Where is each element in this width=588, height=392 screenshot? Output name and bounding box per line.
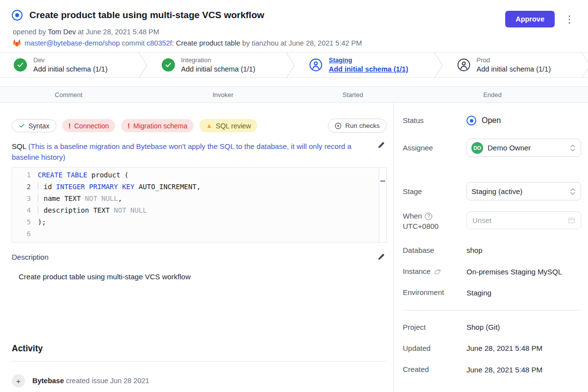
description-text: Create product table using multi-stage V… — [19, 272, 387, 281]
line-number: 5 — [12, 216, 38, 228]
commit-word: commit — [122, 39, 145, 47]
activity-heading: Activity — [12, 343, 387, 354]
when-placeholder: Unset — [472, 216, 568, 224]
stage-assignee-icon — [309, 58, 322, 72]
stage-integration[interactable]: Integration Add initial schema (1/1) — [148, 52, 286, 77]
line-number: 3 — [12, 193, 38, 204]
issue-sidebar: Status Open Assignee DO Demo Owner Stage… — [393, 103, 588, 392]
indent-guide — [38, 194, 44, 202]
stage-select-label: Stage — [403, 187, 466, 196]
chevron-updown-icon — [570, 144, 576, 152]
code-line: 1CREATE TABLE product ( — [12, 169, 378, 181]
warning-triangle-icon: ▲︎ — [206, 122, 212, 129]
kebab-menu-icon[interactable]: ⋮ — [563, 13, 576, 25]
stage-done-check-icon — [162, 58, 175, 72]
stage-separator — [434, 52, 443, 78]
editor-scrollbar[interactable] — [379, 168, 386, 242]
commit-hash-link[interactable]: c80352f: — [147, 39, 174, 47]
sql-section-heading: SQL (This is a baseline migration and By… — [12, 141, 377, 163]
environment-label: Environment — [403, 288, 466, 297]
stage-dev[interactable]: Dev Add initial schema (1/1) — [0, 52, 138, 77]
when-datetime-input[interactable]: Unset — [466, 211, 581, 229]
assignee-value: Demo Owner — [488, 144, 570, 152]
code-line-content: name TEXT NOT NULL, — [38, 193, 122, 204]
run-checks-button[interactable]: Run checks — [328, 119, 387, 133]
description-label: Description — [12, 253, 377, 263]
check-badge-connection[interactable]: ! Connection — [62, 119, 116, 132]
stage-staging[interactable]: Staging Add initial schema (1/1) — [295, 52, 434, 77]
calendar-icon — [568, 217, 575, 224]
created-label: Created — [403, 365, 466, 374]
stage-task: Add initial schema (1/1) — [329, 65, 408, 74]
column-ended: Ended — [397, 91, 588, 98]
task-run-table-header: Comment Invoker Started Ended — [0, 86, 588, 103]
opened-by-line: opened by Tom Dev at June 28, 2021 5:48 … — [13, 28, 576, 36]
check-badges: Syntax ! Connection ! Migration schema ▲… — [12, 119, 328, 132]
code-line: 5); — [12, 216, 378, 228]
project-label: Project — [403, 322, 466, 332]
column-comment: Comment — [0, 91, 137, 98]
stage-task: Add initial schema (1/1) — [181, 65, 256, 74]
line-number: 1 — [12, 169, 38, 181]
stage-pipeline: Dev Add initial schema (1/1) Integration… — [0, 52, 588, 78]
approve-button[interactable]: Approve — [505, 11, 555, 27]
status-open-icon — [466, 116, 476, 125]
line-number: 2 — [12, 181, 38, 193]
created-value: June 28, 2021 5:48 PM — [466, 366, 581, 374]
status-value: Open — [482, 116, 501, 125]
stage-name: Integration — [181, 56, 256, 64]
indent-guide — [38, 205, 44, 214]
badge-label: Syntax — [28, 122, 49, 130]
activity-plus-icon: + — [12, 374, 25, 388]
column-started: Started — [309, 91, 397, 98]
edit-sql-pencil-icon[interactable] — [377, 141, 387, 151]
sql-label: SQL — [12, 142, 26, 150]
issue-detail-panel: Syntax ! Connection ! Migration schema ▲… — [0, 103, 393, 392]
column-invoker: Invoker — [137, 91, 309, 98]
page-title: Create product table using multi-stage V… — [29, 10, 505, 21]
check-icon — [19, 122, 25, 129]
edit-description-pencil-icon[interactable] — [377, 253, 387, 263]
run-checks-label: Run checks — [345, 122, 380, 129]
activity-action: created issue Jun 28 2021 — [66, 377, 149, 385]
help-question-icon[interactable]: ? — [425, 213, 432, 220]
stage-separator — [581, 52, 588, 78]
badge-label: Migration schema — [133, 122, 188, 130]
project-value: Shop (Git) — [466, 323, 581, 331]
stage-prod[interactable]: Prod Add initial schema (1/1) — [443, 52, 582, 77]
play-circle-icon — [335, 122, 342, 129]
chevron-updown-icon — [570, 188, 576, 196]
vcs-branch-link[interactable]: master@bytebase-demo/shop — [24, 39, 120, 47]
activity-actor: Bytebase — [32, 377, 64, 385]
check-badge-sql-review[interactable]: ▲︎ SQL review — [199, 119, 257, 132]
line-number: 4 — [12, 204, 38, 216]
check-badge-migration-schema[interactable]: ! Migration schema — [121, 119, 194, 132]
sql-editor[interactable]: 1CREATE TABLE product (2id INTEGER PRIMA… — [12, 167, 387, 243]
mysql-dolphin-icon — [434, 268, 442, 275]
updated-value: June 28, 2021 5:48 PM — [466, 344, 581, 352]
assignee-select[interactable]: DO Demo Owner — [466, 139, 581, 157]
sql-code-lines: 1CREATE TABLE product (2id INTEGER PRIMA… — [12, 169, 378, 240]
line-number: 6 — [12, 228, 38, 240]
opened-at: at June 28, 2021 5:48 PM — [78, 28, 159, 36]
stage-done-check-icon — [14, 58, 27, 72]
stage-select-value: Staging (active) — [471, 187, 570, 196]
stage-separator — [286, 52, 295, 78]
when-timezone: UTC+0800 — [403, 221, 466, 231]
when-label: When — [403, 211, 422, 221]
sql-baseline-note: (This is a baseline migration and Byteba… — [12, 142, 351, 161]
database-value: shop — [466, 246, 581, 254]
stage-task: Add initial schema (1/1) — [33, 65, 108, 74]
commit-meta: by tianzhou at June 28, 2021 5:42 PM — [242, 39, 362, 47]
issue-header: Create product table using multi-stage V… — [0, 0, 588, 52]
activity-item: + Bytebase created issue Jun 28 2021 — [12, 374, 387, 388]
activity-divider — [12, 361, 387, 362]
assignee-avatar: DO — [471, 142, 483, 154]
opened-by-name: Tom Dev — [48, 28, 76, 36]
status-label: Status — [403, 116, 466, 125]
check-badge-syntax[interactable]: Syntax — [12, 119, 56, 132]
error-mark-icon: ! — [127, 122, 130, 130]
stage-name: Dev — [33, 56, 108, 64]
stage-select[interactable]: Staging (active) — [466, 182, 581, 200]
stage-name: Staging — [329, 56, 408, 64]
